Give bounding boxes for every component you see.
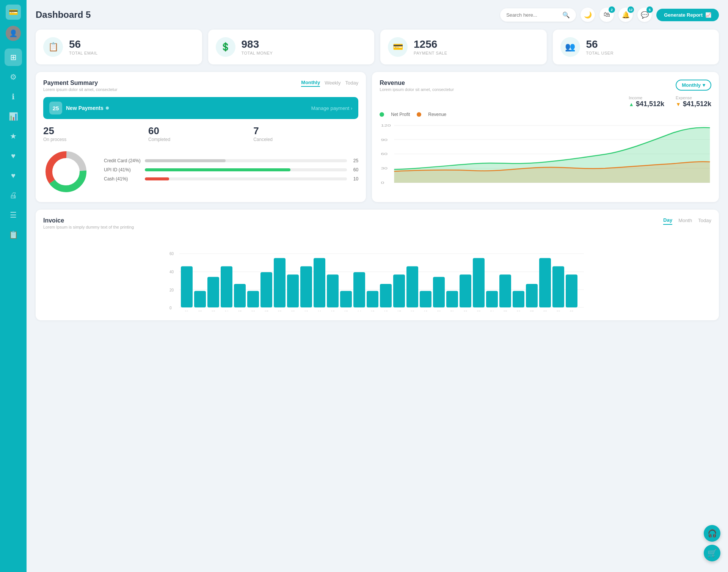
bar-03[interactable] — [207, 277, 219, 307]
bar-15[interactable] — [367, 291, 378, 307]
bar-02[interactable] — [194, 291, 206, 307]
bar-label-13: 13 — [344, 310, 348, 311]
money-stat-value: 983 — [242, 39, 273, 50]
cart-float-button[interactable]: 🛒 — [704, 545, 720, 561]
manage-payment-link[interactable]: Manage payment › — [311, 105, 352, 111]
income-label: Income — [629, 96, 664, 100]
user-stat-label: TOTAL USER — [586, 51, 614, 55]
svg-text:20: 20 — [169, 288, 174, 292]
bar-11[interactable] — [314, 258, 325, 307]
payment-summary-subtitle: Lorem ipsum dolor sit amet, consectetur — [43, 87, 118, 92]
sidebar-item-list[interactable]: ☰ — [5, 206, 22, 224]
bar-label-16: 16 — [384, 310, 388, 311]
cc-label: Credit Card (24%) — [104, 158, 142, 163]
bar-05[interactable] — [234, 284, 246, 307]
sidebar-item-analytics[interactable]: 📊 — [5, 108, 22, 125]
onprocess-value: 25 — [43, 125, 148, 137]
tab-monthly[interactable]: Monthly — [301, 80, 320, 87]
theme-toggle-button[interactable]: 🌙 — [581, 8, 595, 22]
cash-bar-bg — [145, 177, 347, 180]
bar-22[interactable] — [460, 274, 471, 307]
sidebar-item-star[interactable]: ★ — [5, 127, 22, 145]
bar-18[interactable] — [406, 266, 418, 308]
cc-bar-fill — [145, 159, 226, 162]
sidebar-item-fav2[interactable]: ♥ — [5, 167, 22, 184]
sidebar-item-settings[interactable]: ⚙ — [5, 68, 22, 86]
expense-value: ▼ $41,512k — [676, 100, 711, 108]
bar-10[interactable] — [300, 266, 312, 308]
stat-card-user: 👥 56 TOTAL USER — [553, 30, 719, 64]
user-stat-icon: 👥 — [560, 37, 580, 57]
revenue-monthly-dropdown[interactable]: Monthly ▾ — [676, 80, 711, 91]
sidebar-item-dashboard[interactable]: ⊞ — [5, 49, 22, 66]
bar-04[interactable] — [221, 266, 232, 308]
bar-16[interactable] — [380, 284, 392, 307]
bar-17[interactable] — [393, 274, 405, 307]
sidebar-item-docs[interactable]: 📋 — [5, 226, 22, 243]
bar-14[interactable] — [353, 272, 365, 307]
cart-button[interactable]: 🛍 2 — [599, 8, 614, 22]
inv-tab-day[interactable]: Day — [663, 217, 672, 225]
tab-weekly[interactable]: Weekly — [325, 80, 340, 86]
bar-09[interactable] — [287, 274, 299, 307]
search-input[interactable] — [506, 12, 559, 18]
sidebar-item-info[interactable]: ℹ — [5, 88, 22, 105]
sidebar-item-print[interactable]: 🖨 — [5, 186, 22, 204]
analytics-icon: 📊 — [9, 112, 18, 121]
generate-report-button[interactable]: Generate Report 📈 — [656, 9, 719, 21]
donut-svg — [43, 149, 89, 194]
support-float-button[interactable]: 🎧 — [704, 525, 720, 542]
bar-28[interactable] — [539, 258, 551, 307]
income-expense-row: Income ▲ $41,512k Expense ▼ $41,512k — [380, 96, 711, 108]
bar-26[interactable] — [513, 291, 524, 307]
email-stat-label: TOTAL EMAIL — [69, 51, 98, 55]
sidebar-item-fav[interactable]: ♥ — [5, 147, 22, 165]
canceled-label: Canceled — [253, 137, 358, 142]
headset-icon: 🎧 — [708, 529, 717, 538]
bar-label-07: 07 — [264, 310, 268, 311]
email-stat-icon: 📋 — [43, 37, 63, 57]
bar-label-30: 30 — [570, 310, 573, 311]
tab-today[interactable]: Today — [345, 80, 359, 86]
bell-button[interactable]: 🔔 12 — [618, 8, 633, 22]
payment-tab-row: Monthly Weekly Today — [301, 80, 358, 87]
bar-01[interactable] — [181, 266, 193, 308]
search-box[interactable]: 🔍 — [500, 8, 576, 22]
user-avatar[interactable]: 👤 — [6, 26, 21, 41]
sidebar-logo[interactable]: 💳 — [6, 5, 21, 20]
income-arrow-icon: ▲ — [629, 101, 634, 107]
bar-29[interactable] — [552, 266, 564, 308]
bar-25[interactable] — [499, 274, 511, 307]
stat3-onprocess: 25 On process — [43, 125, 148, 142]
bar-19[interactable] — [420, 291, 431, 307]
progress-row-upi: UPI ID (41%) 60 — [104, 167, 358, 172]
canceled-value: 7 — [253, 125, 358, 137]
bar-27[interactable] — [526, 284, 538, 307]
bar-label-06: 06 — [251, 310, 255, 311]
revenue-subtitle: Lorem ipsum dolor sit amet, consectetur — [380, 87, 454, 92]
progress-row-cc: Credit Card (24%) 25 — [104, 158, 358, 163]
bar-06[interactable] — [247, 291, 259, 307]
invoice-header: Invoice Lorem Ipsum is simply dummy text… — [43, 217, 711, 229]
bar-12[interactable] — [327, 274, 339, 307]
bar-20[interactable] — [433, 277, 445, 307]
bar-08[interactable] — [274, 258, 286, 307]
bar-13[interactable] — [340, 291, 352, 307]
payment-summary-title-group: Payment Summary Lorem ipsum dolor sit am… — [43, 80, 118, 92]
netprofit-legend-dot — [380, 112, 384, 117]
invoice-tabs: Day Month Today — [663, 217, 711, 225]
invoice-subtitle: Lorem Ipsum is simply dummy text of the … — [43, 225, 134, 229]
revenue-legend-dot — [417, 112, 421, 117]
svg-text:90: 90 — [381, 138, 388, 142]
bar-23[interactable] — [473, 258, 485, 307]
chat-button[interactable]: 💬 5 — [637, 8, 652, 22]
inv-tab-month[interactable]: Month — [678, 218, 692, 224]
stats-row: 📋 56 TOTAL EMAIL 💲 983 TOTAL MONEY 💳 125… — [36, 30, 719, 64]
inv-tab-today[interactable]: Today — [698, 218, 711, 224]
bar-24[interactable] — [486, 291, 498, 307]
bar-30[interactable] — [566, 274, 577, 307]
bar-07[interactable] — [260, 272, 272, 307]
bar-21[interactable] — [446, 291, 458, 307]
user-stat-info: 56 TOTAL USER — [586, 39, 614, 55]
upi-bar-fill — [145, 168, 290, 171]
